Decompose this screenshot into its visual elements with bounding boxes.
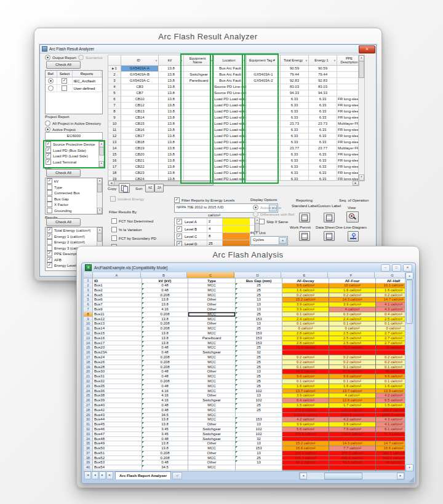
checkbox-checked-icon[interactable]: ✓ <box>177 226 182 232</box>
cell[interactable]: 73.3 cal/cm² <box>282 345 329 350</box>
select-cell[interactable] <box>57 85 73 92</box>
cell[interactable]: 0.208 <box>142 326 188 331</box>
column-header[interactable]: Energy 1▼ <box>309 55 337 66</box>
cell[interactable]: 102 <box>236 432 282 437</box>
cell[interactable]: 34.5 <box>142 465 188 470</box>
cell[interactable]: 2.5 cal/cm² <box>376 317 405 322</box>
cell[interactable]: 3.9 cal/cm² <box>282 302 329 307</box>
cell[interactable]: 13.8 <box>142 441 188 446</box>
cell[interactable]: Other <box>188 369 236 374</box>
table-row[interactable]: 15Bus200.48MCC2573.3 cal/cm²73.3 cal/cm²… <box>84 345 405 350</box>
cell[interactable]: Load PD Load-side <box>214 146 247 152</box>
cell[interactable]: 209.6 cal/cm² <box>376 408 405 413</box>
cell[interactable]: 25 <box>236 326 282 331</box>
cell[interactable]: 130.4 cal/cm² <box>329 432 376 437</box>
table-row[interactable]: 19Bus280.208MCC250.1 cal/cm²0.1 cal/cm²0… <box>84 365 405 370</box>
filter-reports-checkbox[interactable]: ✓ Filter Reports by Energy Levels <box>174 197 234 203</box>
cell[interactable]: 1334.9 cal/cm² <box>282 413 329 418</box>
cell[interactable] <box>376 437 405 442</box>
row-header[interactable]: 15 <box>108 152 121 158</box>
table-row[interactable]: 8CB1313.8Load PD Load-side6.336.33FR lon… <box>108 109 364 115</box>
cell[interactable]: 0.208 <box>142 360 188 365</box>
cell[interactable]: 4.2 cal/cm² <box>282 417 329 422</box>
report-row[interactable]: ✓IEC_Arcflash <box>46 77 102 85</box>
cell[interactable]: 6.5 cal/cm² <box>376 398 405 403</box>
table-row[interactable]: 4Bus50.208MCC250.2 cal/cm²0.2 cal/cm²0.2… <box>84 293 405 298</box>
row-number[interactable]: 16 <box>84 350 93 355</box>
cell[interactable]: 13.8 <box>159 72 184 78</box>
cell[interactable]: MCC <box>188 446 236 451</box>
table-row[interactable]: 24Bus364.16MCC10213.7 cal/cm²13.7 cal/cm… <box>84 389 405 394</box>
cell[interactable]: Switchgear <box>188 437 236 442</box>
cell[interactable]: 1.5 cal/cm² <box>376 403 405 408</box>
cell[interactable]: 6.33 <box>281 152 309 158</box>
cell[interactable]: 92.83 <box>281 78 309 84</box>
cell[interactable]: Load PD Load-side <box>214 96 247 103</box>
cell[interactable]: Other <box>188 393 236 398</box>
row-header[interactable]: 9 <box>108 115 121 121</box>
row-number[interactable]: 36 <box>84 446 93 451</box>
cell[interactable]: 153 <box>236 417 282 422</box>
column-header[interactable]: ID▼ <box>121 55 159 66</box>
table-row[interactable]: 36Bus5013.8MCC15315.6 cal/cm²7.7 cal/cm²… <box>84 446 405 451</box>
cell[interactable]: Bus15 <box>93 331 142 336</box>
scrollbar[interactable]: ▲ ▼ <box>97 178 102 214</box>
cell[interactable]: 0.208 <box>142 312 188 317</box>
cell[interactable] <box>236 413 282 418</box>
cell[interactable]: 9.6 cal/cm² <box>282 283 329 288</box>
cell[interactable]: 83.03 <box>281 84 309 90</box>
dropdown-arrow-icon[interactable]: ▼ <box>155 59 158 62</box>
radio-icon[interactable] <box>45 120 50 126</box>
row-number[interactable]: 27 <box>84 403 93 408</box>
cell[interactable]: 13.8 <box>142 446 188 451</box>
checkbox-checked-icon[interactable]: ✓ <box>47 257 52 262</box>
cell[interactable]: 71.4 cal/cm² <box>376 432 405 437</box>
cell[interactable]: 1.6 cal/cm² <box>376 384 405 389</box>
one-line-diagram-button[interactable] <box>348 231 359 242</box>
column-header[interactable]: E <box>281 272 328 278</box>
table-row[interactable]: 17CB2213.8Load PD Load-side6.336.33FR lo… <box>108 164 364 170</box>
table-row[interactable]: 33Bus473.45Switchgear102276.5 cal/cm²130… <box>84 432 405 437</box>
cell[interactable]: Bus13 <box>93 321 142 326</box>
insert-sheet-icon[interactable]: ▱ <box>172 472 182 479</box>
row-number[interactable]: 14 <box>84 341 93 346</box>
cell[interactable]: 25 <box>236 293 282 298</box>
cell[interactable] <box>247 158 281 164</box>
skip-if-same-checkbox[interactable]: Skip If Same <box>259 219 288 224</box>
cell[interactable]: 90.59 <box>309 66 337 72</box>
row-number[interactable]: 29 <box>84 413 93 418</box>
column-header[interactable]: Equipment Name▼ <box>184 55 214 66</box>
cell[interactable]: 23.73 <box>309 121 337 127</box>
table-row[interactable]: 22Bus320.208MCC250.1 cal/cm²0.1 cal/cm²0… <box>84 379 405 384</box>
checkbox-checked-icon[interactable]: ✓ <box>62 78 67 84</box>
excel-horizontal-scrollbar[interactable]: ◀ ▶ <box>299 472 405 480</box>
cell[interactable]: 140.4 cal/cm² <box>329 408 376 413</box>
cell[interactable]: Panelboard <box>184 78 214 84</box>
column-header[interactable]: Equipment Tag #▼ <box>247 55 281 66</box>
cell[interactable]: Bus44 <box>93 417 142 422</box>
checkbox-checked-icon[interactable]: ✓ <box>47 251 52 256</box>
row-number[interactable]: 6 <box>84 302 93 307</box>
cell[interactable]: 10.1 cal/cm² <box>376 283 405 288</box>
excel-vertical-scrollbar[interactable]: ▲ ▼ <box>405 272 413 471</box>
table-row[interactable]: 38Bus520.208MCC25571.7 cal/cm²542.6 cal/… <box>84 456 405 461</box>
cell[interactable]: 0.1 cal/cm² <box>282 365 329 370</box>
cell[interactable]: 13.8 <box>159 152 184 158</box>
next-sheet-icon[interactable]: ▶ <box>99 471 106 479</box>
cell[interactable]: 0 cal/cm² <box>282 326 329 331</box>
cell[interactable]: 0.2 cal/cm² <box>329 293 376 298</box>
cell[interactable]: 0.1 cal/cm² <box>329 365 376 370</box>
table-row[interactable]: 18Bus260.208MCC250.2 cal/cm²0.2 cal/cm²0… <box>84 360 405 365</box>
sheet-tab[interactable]: Arc Flash Report Analyzer <box>115 471 171 479</box>
cell[interactable]: Bus6 <box>93 297 142 302</box>
table-row[interactable]: 6Bus713.8Other133.9 cal/cm²3.9 cal/cm²4.… <box>84 302 405 307</box>
cell[interactable]: 25 <box>236 384 282 389</box>
list-item[interactable]: Grounding <box>46 208 97 214</box>
report-row[interactable]: User-defined <box>46 85 102 92</box>
cell[interactable]: 179.3 cal/cm² <box>282 408 329 413</box>
incident-energy-checkbox[interactable]: Incident Energy <box>110 196 144 202</box>
row-header[interactable]: 2 <box>108 72 121 78</box>
cell[interactable]: 25 <box>236 403 282 408</box>
cell[interactable]: MCC <box>188 413 236 418</box>
cell[interactable]: CB14 <box>121 115 159 121</box>
